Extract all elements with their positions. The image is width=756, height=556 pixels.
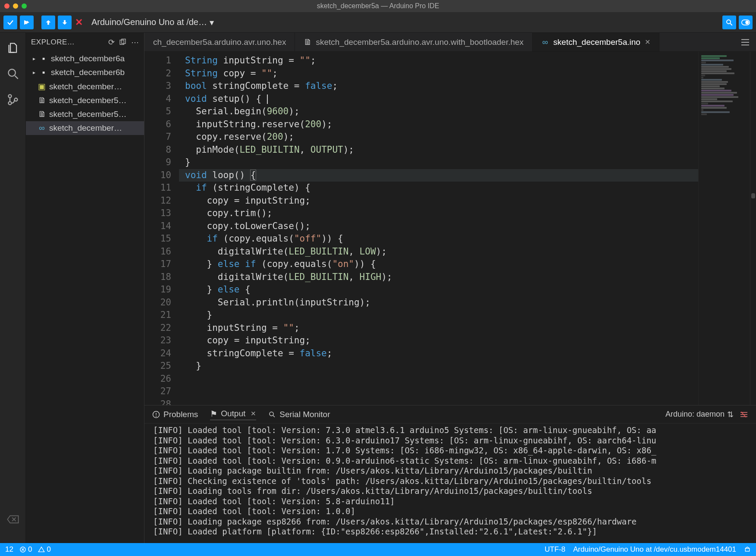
file-item[interactable]: ▣ sketch_december… xyxy=(26,79,144,94)
status-board[interactable]: Arduino/Genuino Uno at /dev/cu.usbmodem1… xyxy=(573,545,736,554)
file-icon: 🗎 xyxy=(38,96,46,105)
search-toolbar-button[interactable] xyxy=(722,16,736,29)
svg-rect-12 xyxy=(120,40,124,45)
svg-rect-13 xyxy=(122,39,125,44)
close-tab-icon[interactable]: ✕ xyxy=(645,38,650,46)
list-view-icon[interactable] xyxy=(740,38,750,46)
svg-point-1 xyxy=(727,20,731,24)
output-content[interactable]: [INFO] Loaded tool [tool: Version: 7.3.0… xyxy=(144,424,756,543)
panel-tabs: Problems ⚑ Output ✕ Serial Monitor Ardui… xyxy=(144,405,756,424)
chevron-down-icon: ▾ xyxy=(210,17,214,28)
folder-item[interactable]: ▪ sketch_december6a xyxy=(26,52,144,66)
sidebar-header: EXPLORE… ⟳ ⋯ xyxy=(26,33,144,52)
file-label: sketch_december5… xyxy=(49,110,127,119)
explorer-activity-icon[interactable] xyxy=(6,41,19,54)
explorer-sidebar: EXPLORE… ⟳ ⋯ ▪ sketch_december6a ▪ sketc… xyxy=(26,33,144,543)
sidebar-title: EXPLORE… xyxy=(31,38,104,47)
svg-point-7 xyxy=(8,94,11,97)
clear-output-icon[interactable] xyxy=(740,411,748,418)
file-label: sketch_december5… xyxy=(49,96,127,105)
close-panel-icon[interactable]: ✕ xyxy=(251,410,256,418)
editor-tab[interactable]: ch_december5a.arduino.avr.uno.hex xyxy=(144,33,295,51)
editor-area: ch_december5a.arduino.avr.uno.hex 🗎 sket… xyxy=(144,33,756,543)
code-editor[interactable]: 1234567891011121314151617181920212223242… xyxy=(144,52,756,405)
flag-icon: ⚑ xyxy=(210,409,217,419)
editor-tab-active[interactable]: ∞ sketch_december5a.ino ✕ xyxy=(533,33,659,51)
editor-tab[interactable]: 🗎 sketch_december5a.arduino.avr.uno.with… xyxy=(295,33,533,51)
minimap[interactable] xyxy=(698,52,750,405)
file-item[interactable]: 🗎 sketch_december5… xyxy=(26,94,144,107)
notifications-icon[interactable] xyxy=(744,546,751,553)
svg-rect-29 xyxy=(745,548,749,551)
file-icon: 🗎 xyxy=(38,110,46,119)
file-item[interactable]: 🗎 sketch_december5… xyxy=(26,107,144,121)
tab-label: sketch_december5a.ino xyxy=(553,38,640,47)
window-title: sketch_december5a — Arduino Pro IDE xyxy=(0,2,756,10)
scm-activity-icon[interactable] xyxy=(6,93,19,106)
select-arrows-icon: ⇅ xyxy=(727,410,734,419)
clear-icon[interactable] xyxy=(6,513,19,526)
file-icon: 🗎 xyxy=(304,38,311,47)
folder-item[interactable]: ▪ sketch_december6b xyxy=(26,66,144,79)
status-encoding[interactable]: UTF-8 xyxy=(545,545,565,554)
output-tab[interactable]: ⚑ Output ✕ xyxy=(210,409,256,420)
folder-icon: ▪ xyxy=(40,54,47,63)
monitor-icon xyxy=(268,411,276,418)
file-label: sketch_december… xyxy=(49,82,122,91)
ino-file-icon: ∞ xyxy=(541,38,549,47)
serial-label: Serial Monitor xyxy=(279,410,330,419)
stop-button[interactable]: ✕ xyxy=(74,17,84,28)
error-count: 0 xyxy=(28,545,32,554)
board-selector[interactable]: Arduino/Genuino Uno at /de… ▾ xyxy=(86,17,219,28)
collapse-icon[interactable] xyxy=(119,38,127,46)
editor-tabs: ch_december5a.arduino.avr.uno.hex 🗎 sket… xyxy=(144,33,756,52)
main-area: EXPLORE… ⟳ ⋯ ▪ sketch_december6a ▪ sketc… xyxy=(0,33,756,543)
output-label: Output xyxy=(221,409,245,418)
problems-tab[interactable]: Problems xyxy=(152,410,198,419)
save-button[interactable] xyxy=(58,16,72,29)
toggle-advanced-button[interactable] xyxy=(739,16,753,29)
problems-icon xyxy=(152,411,160,418)
svg-point-4 xyxy=(745,20,749,24)
problems-label: Problems xyxy=(163,410,198,419)
svg-line-6 xyxy=(15,76,18,79)
ino-file-icon: ∞ xyxy=(38,123,46,133)
activity-bar xyxy=(0,33,26,543)
svg-line-21 xyxy=(273,415,275,417)
svg-point-20 xyxy=(270,412,273,416)
tab-label: sketch_december5a.arduino.avr.uno.with_b… xyxy=(316,38,524,47)
bottom-panel: Problems ⚑ Output ✕ Serial Monitor Ardui… xyxy=(144,405,756,543)
more-icon[interactable]: ⋯ xyxy=(131,38,139,47)
scrollbar-thumb[interactable] xyxy=(751,193,755,198)
status-errors[interactable]: 0 xyxy=(19,545,32,554)
svg-point-19 xyxy=(156,415,157,416)
code-content[interactable]: String inputString = "";String copy = ""… xyxy=(179,52,698,405)
board-selector-label: Arduino/Genuino Uno at /de… xyxy=(91,17,207,27)
file-label: sketch_december6a xyxy=(51,54,125,63)
tab-label: ch_december5a.arduino.avr.uno.hex xyxy=(153,38,286,47)
file-label: sketch_december6b xyxy=(51,68,125,77)
svg-point-8 xyxy=(8,102,11,105)
file-label: sketch_december… xyxy=(49,123,122,133)
upload-button[interactable] xyxy=(20,16,34,29)
config-file-icon: ▣ xyxy=(38,82,46,91)
status-warnings[interactable]: 0 xyxy=(38,545,50,554)
search-activity-icon[interactable] xyxy=(6,67,19,80)
folder-icon: ▪ xyxy=(40,68,47,77)
toolbar: ✕ Arduino/Genuino Uno at /de… ▾ xyxy=(0,12,756,33)
editor-actions xyxy=(734,33,756,51)
svg-line-2 xyxy=(730,23,732,25)
title-bar: sketch_december5a — Arduino Pro IDE xyxy=(0,0,756,12)
file-list: ▪ sketch_december6a ▪ sketch_december6b … xyxy=(26,52,144,543)
verify-button[interactable] xyxy=(3,16,17,29)
output-channel-selector[interactable]: Arduino: daemon ⇅ xyxy=(665,410,734,419)
refresh-icon[interactable]: ⟳ xyxy=(108,38,115,47)
file-item-active[interactable]: ∞ sketch_december… xyxy=(26,121,144,135)
status-linecol[interactable]: 12 xyxy=(5,545,13,554)
status-bar: 12 0 0 UTF-8 Arduino/Genuino Uno at /dev… xyxy=(0,543,756,556)
vertical-scrollbar[interactable] xyxy=(750,52,756,405)
open-button[interactable] xyxy=(41,16,55,29)
line-number-gutter: 1234567891011121314151617181920212223242… xyxy=(144,52,179,405)
channel-label: Arduino: daemon xyxy=(665,410,725,419)
serial-monitor-tab[interactable]: Serial Monitor xyxy=(268,410,330,419)
